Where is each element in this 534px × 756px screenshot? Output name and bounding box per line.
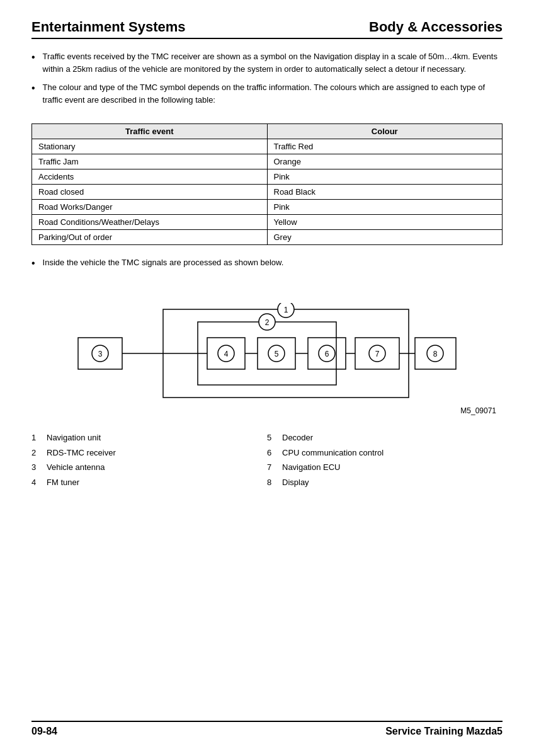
- svg-text:4: 4: [224, 350, 229, 358]
- table-cell-colour: Orange: [267, 154, 503, 169]
- table-cell-colour: Pink: [267, 169, 503, 185]
- table-row: Road Conditions/Weather/DelaysYellow: [32, 215, 503, 230]
- page: Entertainment Systems Body & Accessories…: [0, 0, 534, 756]
- legend-num: 2: [31, 447, 47, 459]
- diagram-bullets: Inside the vehicle the TMC signals are p…: [31, 256, 503, 277]
- header-title-left: Entertainment Systems: [31, 19, 186, 35]
- legend-item: 3Vehicle antenna: [31, 461, 267, 474]
- legend-item: 1Navigation unit: [31, 432, 267, 444]
- legend-num: 1: [31, 432, 47, 444]
- legend-item: 5Decoder: [267, 432, 503, 444]
- table-cell-event: Road Works/Danger: [32, 200, 268, 215]
- table-cell-event: Traffic Jam: [32, 154, 268, 169]
- footer-title: Service Training Mazda5: [385, 726, 503, 737]
- table-cell-event: Stationary: [32, 139, 268, 154]
- legend-text: FM tuner: [47, 476, 79, 489]
- legend-item: 2RDS-TMC receiver: [31, 447, 267, 459]
- table-cell-event: Road Conditions/Weather/Delays: [32, 215, 268, 230]
- legend-text: Navigation unit: [47, 432, 101, 444]
- legend-num: 4: [31, 476, 47, 489]
- diagram-container: 1 2 4 5 6 7: [31, 303, 503, 404]
- legend-text: Navigation ECU: [282, 461, 341, 474]
- table-row: Road Works/DangerPink: [32, 200, 503, 215]
- svg-text:3: 3: [98, 350, 103, 358]
- table-cell-colour: Road Black: [267, 185, 503, 200]
- bullet-item-1: Traffic events received by the TMC recei…: [31, 50, 503, 75]
- legend-col-left: 1Navigation unit2RDS-TMC receiver3Vehicl…: [31, 432, 267, 491]
- bullet-text-2: The colour and type of the TMC symbol de…: [43, 81, 503, 106]
- legend-num: 8: [267, 476, 282, 489]
- svg-text:1: 1: [284, 306, 288, 314]
- bullet-text-1: Traffic events received by the TMC recei…: [43, 50, 503, 75]
- table-cell-colour: Pink: [267, 200, 503, 215]
- table-header-event: Traffic event: [32, 124, 268, 139]
- legend-item: 4FM tuner: [31, 476, 267, 489]
- table-row: Traffic JamOrange: [32, 154, 503, 169]
- svg-text:8: 8: [433, 350, 438, 358]
- traffic-table: Traffic event Colour StationaryTraffic R…: [31, 123, 503, 245]
- diagram-bullet-text: Inside the vehicle the TMC signals are p…: [43, 256, 284, 269]
- table-row: AccidentsPink: [32, 169, 503, 185]
- legend-item: 7Navigation ECU: [267, 461, 503, 474]
- table-cell-event: Parking/Out of order: [32, 230, 268, 245]
- diagram: 1 2 4 5 6 7: [72, 303, 462, 404]
- legend-text: RDS-TMC receiver: [47, 447, 116, 459]
- table-row: StationaryTraffic Red: [32, 139, 503, 154]
- svg-text:2: 2: [265, 318, 270, 327]
- diagram-bullet-item: Inside the vehicle the TMC signals are p…: [31, 256, 503, 270]
- legend-text: Display: [282, 476, 309, 489]
- table-cell-colour: Grey: [267, 230, 503, 245]
- legend-text: Decoder: [282, 432, 313, 444]
- legend-text: CPU communication control: [282, 447, 383, 459]
- svg-text:7: 7: [375, 350, 380, 358]
- table-cell-event: Road closed: [32, 185, 268, 200]
- svg-text:6: 6: [325, 350, 329, 358]
- page-header: Entertainment Systems Body & Accessories: [31, 19, 503, 39]
- legend-num: 7: [267, 461, 282, 474]
- svg-text:5: 5: [275, 350, 279, 358]
- table-cell-colour: Yellow: [267, 215, 503, 230]
- diagram-svg: 1 2 4 5 6 7: [72, 303, 462, 404]
- legend-num: 5: [267, 432, 282, 444]
- legend-num: 3: [31, 461, 47, 474]
- legend-item: 8Display: [267, 476, 503, 489]
- diagram-label: M5_09071: [31, 406, 503, 415]
- header-title-right: Body & Accessories: [369, 19, 503, 35]
- legend-text: Vehicle antenna: [47, 461, 105, 474]
- legend: 1Navigation unit2RDS-TMC receiver3Vehicl…: [31, 432, 503, 491]
- legend-item: 6CPU communication control: [267, 447, 503, 459]
- footer-page-number: 09-84: [31, 726, 57, 737]
- legend-col-right: 5Decoder6CPU communication control7Navig…: [267, 432, 503, 491]
- table-row: Road closedRoad Black: [32, 185, 503, 200]
- intro-bullets: Traffic events received by the TMC recei…: [31, 50, 503, 112]
- table-cell-colour: Traffic Red: [267, 139, 503, 154]
- legend-num: 6: [267, 447, 282, 459]
- table-header-colour: Colour: [267, 124, 503, 139]
- bullet-item-2: The colour and type of the TMC symbol de…: [31, 81, 503, 106]
- table-cell-event: Accidents: [32, 169, 268, 185]
- table-row: Parking/Out of orderGrey: [32, 230, 503, 245]
- page-footer: 09-84 Service Training Mazda5: [31, 721, 503, 737]
